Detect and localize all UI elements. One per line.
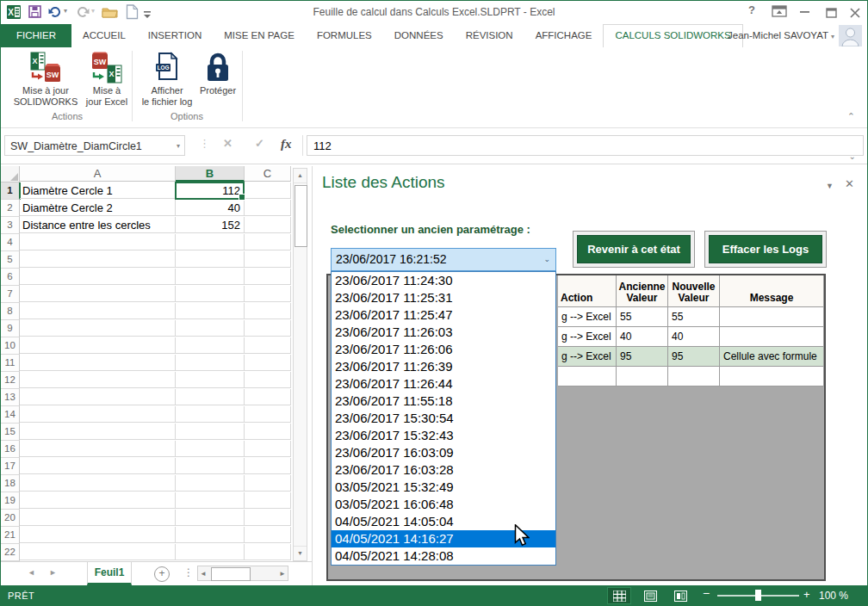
- dropdown-item[interactable]: 03/05/2021 16:06:48: [332, 496, 555, 513]
- next-sheet-icon[interactable]: ►: [49, 568, 57, 577]
- cell-C4[interactable]: [245, 234, 291, 250]
- cell-C7[interactable]: [245, 286, 291, 302]
- account-name[interactable]: Jean-Michel SAVOYAT ▾: [728, 24, 834, 47]
- vertical-scrollbar[interactable]: ▲ ▼: [293, 168, 307, 561]
- row-header-2[interactable]: 2: [1, 200, 20, 217]
- cell-A8[interactable]: [20, 303, 176, 319]
- cell-B18[interactable]: [176, 475, 245, 492]
- cell-A22[interactable]: [20, 544, 176, 560]
- row-header-11[interactable]: 11: [1, 355, 20, 372]
- select-all-corner[interactable]: [1, 166, 20, 182]
- zoom-level[interactable]: 100 %: [819, 585, 848, 606]
- cell-A7[interactable]: [20, 286, 176, 302]
- row-header-8[interactable]: 8: [1, 303, 20, 320]
- cell-C16[interactable]: [245, 441, 291, 457]
- cell-B4[interactable]: [176, 234, 245, 250]
- cell-A13[interactable]: [20, 389, 176, 405]
- open-folder-icon[interactable]: [102, 6, 118, 22]
- tab-calculs-solidworks[interactable]: CALCULS SOLIDWORKS: [603, 24, 742, 47]
- scroll-left-icon[interactable]: ◄: [200, 570, 207, 578]
- column-header-A[interactable]: A: [20, 166, 176, 182]
- cell-B11[interactable]: [176, 355, 245, 371]
- zoom-out-icon[interactable]: −: [703, 586, 710, 600]
- cell-C5[interactable]: [245, 251, 291, 268]
- cell-B8[interactable]: [176, 303, 245, 319]
- cell-A5[interactable]: [20, 251, 176, 268]
- pane-close-icon[interactable]: ✕: [845, 177, 854, 190]
- name-box-dropdown-icon[interactable]: ▾: [177, 136, 180, 157]
- cell-C22[interactable]: [245, 544, 291, 560]
- cell-B2[interactable]: 40: [176, 200, 245, 216]
- cell-C1[interactable]: [245, 182, 291, 199]
- sheet-tab[interactable]: Feuil1: [87, 562, 132, 585]
- page-layout-view-icon[interactable]: [639, 588, 661, 603]
- cell-C11[interactable]: [245, 355, 291, 371]
- qat-customize-icon[interactable]: [143, 8, 152, 23]
- cell-B14[interactable]: [176, 406, 245, 423]
- cell-C17[interactable]: [245, 458, 291, 474]
- prev-sheet-icon[interactable]: ◄: [28, 568, 35, 577]
- cell-A12[interactable]: [20, 372, 176, 388]
- tab-insertion[interactable]: INSERTION: [137, 24, 213, 47]
- row-header-4[interactable]: 4: [1, 234, 20, 251]
- cell-A1[interactable]: Diamètre Cercle 1: [20, 182, 176, 199]
- row-header-5[interactable]: 5: [1, 251, 20, 269]
- cell-B17[interactable]: [176, 458, 245, 474]
- cell-B15[interactable]: [176, 424, 245, 440]
- page-break-view-icon[interactable]: [669, 588, 691, 603]
- row-header-22[interactable]: 22: [1, 544, 20, 561]
- tab-révision[interactable]: RÉVISION: [455, 24, 524, 47]
- tab-mise-en-page[interactable]: MISE EN PAGE: [213, 24, 306, 47]
- cell-B22[interactable]: [176, 544, 245, 560]
- row-header-15[interactable]: 15: [1, 424, 20, 441]
- tab-fichier[interactable]: FICHIER: [1, 24, 71, 47]
- cell-A15[interactable]: [20, 424, 176, 440]
- cell-B7[interactable]: [176, 286, 245, 302]
- cell-A6[interactable]: [20, 269, 176, 285]
- fill-handle[interactable]: [239, 194, 245, 201]
- row-header-13[interactable]: 13: [1, 389, 20, 406]
- cell-C12[interactable]: [245, 372, 291, 388]
- cell-A14[interactable]: [20, 406, 176, 423]
- row-header-3[interactable]: 3: [1, 217, 20, 234]
- cell-A18[interactable]: [20, 475, 176, 492]
- cell-B19[interactable]: [176, 492, 245, 509]
- cell-C8[interactable]: [245, 303, 291, 319]
- cell-B21[interactable]: [176, 527, 245, 543]
- insert-function-icon[interactable]: fx: [281, 137, 292, 152]
- tab-strip-menu-icon[interactable]: ⋮: [183, 566, 194, 578]
- cell-C2[interactable]: [245, 200, 291, 216]
- column-header-C[interactable]: C: [245, 166, 291, 182]
- cell-B3[interactable]: 152: [176, 217, 245, 233]
- normal-view-icon[interactable]: [608, 588, 630, 603]
- row-header-17[interactable]: 17: [1, 458, 20, 475]
- row-header-21[interactable]: 21: [1, 527, 20, 544]
- ribbon-display-options-icon[interactable]: [770, 5, 789, 22]
- row-header-12[interactable]: 12: [1, 372, 20, 389]
- row-header-16[interactable]: 16: [1, 441, 20, 458]
- cell-B6[interactable]: [176, 269, 245, 285]
- dropdown-item[interactable]: 23/06/2017 16:03:09: [332, 444, 555, 461]
- tab-affichage[interactable]: AFFICHAGE: [524, 24, 604, 47]
- save-icon[interactable]: [28, 5, 42, 22]
- cell-C14[interactable]: [245, 406, 291, 423]
- dropdown-item[interactable]: 23/06/2017 11:26:03: [332, 324, 555, 341]
- collapse-ribbon-icon[interactable]: ⌃: [847, 111, 855, 122]
- pane-menu-icon[interactable]: ▼: [826, 182, 834, 190]
- scroll-right-icon[interactable]: ►: [279, 570, 286, 578]
- row-header-20[interactable]: 20: [1, 510, 20, 527]
- undo-icon[interactable]: [48, 6, 62, 22]
- new-document-icon[interactable]: [126, 4, 139, 23]
- clear-logs-button[interactable]: Effacer les Logs: [704, 231, 827, 268]
- row-header-19[interactable]: 19: [1, 492, 20, 510]
- dropdown-item[interactable]: 23/06/2017 16:03:28: [332, 461, 555, 479]
- row-header-6[interactable]: 6: [1, 269, 20, 286]
- cell-B20[interactable]: [176, 510, 245, 526]
- minimize-icon[interactable]: [796, 3, 815, 21]
- cell-B9[interactable]: [176, 320, 245, 337]
- maximize-icon[interactable]: [822, 6, 840, 23]
- dropdown-item[interactable]: 23/06/2017 11:55:18: [332, 393, 555, 410]
- tab-données[interactable]: DONNÉES: [383, 24, 455, 47]
- dropdown-item[interactable]: 23/06/2017 15:32:43: [332, 427, 555, 444]
- cell-B5[interactable]: [176, 251, 245, 268]
